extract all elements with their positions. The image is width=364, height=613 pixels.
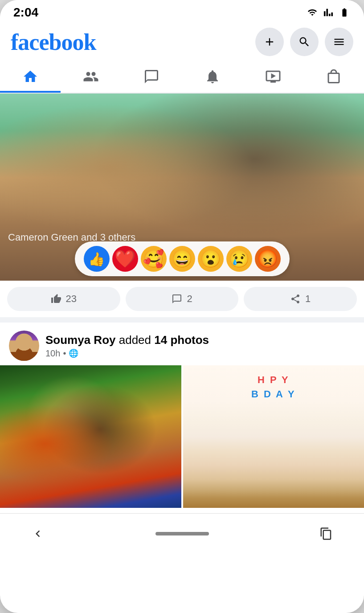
nav-item-friends[interactable]: [61, 62, 121, 93]
post-card-1: Cameron Green and 3 others 👍 ❤️ 🥰 😄 😮 😢 …: [0, 94, 364, 317]
comment-icon: [172, 294, 182, 304]
cake-image: H P Y B D A Y: [183, 365, 364, 508]
globe-icon: 🌐: [69, 348, 78, 358]
reaction-sad[interactable]: 😢: [226, 246, 252, 272]
feed: Cameron Green and 3 others 👍 ❤️ 🥰 😄 😮 😢 …: [0, 94, 364, 508]
avatar-soumya[interactable]: [9, 331, 39, 361]
like-count: 23: [66, 293, 77, 305]
friends-icon: [83, 69, 99, 85]
header: facebook: [0, 23, 364, 62]
post-actions-1: 23 2 1: [0, 281, 364, 317]
post-meta: Soumya Roy added 14 photos 10h • 🌐: [45, 333, 355, 359]
birthday-text-2: B D A Y: [251, 388, 296, 400]
comment-button[interactable]: 2: [126, 287, 239, 311]
post-time: 10h • 🌐: [45, 348, 355, 359]
post-card-2: Soumya Roy added 14 photos 10h • 🌐: [0, 323, 364, 508]
search-icon: [298, 36, 311, 48]
photo-cell-left[interactable]: [0, 365, 181, 508]
home-icon: [22, 69, 38, 85]
reaction-care[interactable]: 🥰: [141, 246, 167, 272]
avatar-image: [9, 331, 39, 361]
facebook-logo: facebook: [11, 29, 96, 55]
menu-button[interactable]: [325, 28, 353, 56]
signal-icon: [322, 8, 335, 17]
battery-icon: [338, 8, 351, 17]
action-text: added: [119, 333, 155, 347]
photo-cell-right[interactable]: H P Y B D A Y: [183, 365, 364, 508]
reaction-wow[interactable]: 😮: [198, 246, 224, 272]
status-bar: 2:04: [0, 0, 364, 23]
separator: •: [63, 348, 66, 359]
back-icon: [31, 527, 45, 540]
post-image-1: Cameron Green and 3 others 👍 ❤️ 🥰 😄 😮 😢 …: [0, 94, 364, 281]
reaction-love[interactable]: ❤️: [112, 246, 138, 272]
nav-item-marketplace[interactable]: [303, 62, 364, 93]
header-actions: [255, 28, 353, 56]
phone-frame: 2:04 facebook: [0, 0, 364, 613]
wifi-icon: [306, 8, 319, 17]
nav-item-messenger[interactable]: [121, 62, 182, 93]
photo-grid: H P Y B D A Y: [0, 365, 364, 508]
nav-item-home[interactable]: [0, 62, 61, 93]
post-header-2: Soumya Roy added 14 photos 10h • 🌐: [0, 323, 364, 365]
rotate-icon: [319, 527, 333, 540]
search-button[interactable]: [290, 28, 319, 56]
time-label: 10h: [45, 348, 60, 359]
marketplace-icon: [326, 69, 342, 85]
share-icon: [290, 294, 301, 304]
comment-count: 2: [187, 293, 192, 305]
share-button[interactable]: 1: [244, 287, 357, 311]
home-indicator[interactable]: [155, 532, 209, 535]
reaction-haha[interactable]: 😄: [169, 246, 195, 272]
like-button[interactable]: 23: [7, 287, 120, 311]
bottom-bar: [0, 513, 364, 554]
hamburger-icon: [333, 36, 345, 48]
nav-bar: [0, 62, 364, 94]
reactions-bar: 👍 ❤️ 🥰 😄 😮 😢 😡: [75, 241, 290, 276]
back-button[interactable]: [27, 523, 49, 545]
messenger-icon: [143, 69, 160, 85]
birthday-text: H P Y: [258, 374, 290, 386]
photo-count: 14 photos: [154, 333, 209, 347]
rotate-button[interactable]: [315, 523, 337, 545]
status-icons: [306, 8, 351, 17]
post-author: Soumya Roy added 14 photos: [45, 333, 355, 347]
reaction-like[interactable]: 👍: [84, 246, 110, 272]
nav-item-video[interactable]: [243, 62, 303, 93]
author-name: Soumya Roy: [45, 333, 116, 347]
nav-item-notifications[interactable]: [182, 62, 243, 93]
video-icon: [265, 69, 281, 85]
plus-icon: [263, 36, 276, 48]
reaction-angry[interactable]: 😡: [255, 246, 281, 272]
add-button[interactable]: [255, 28, 284, 56]
share-count: 1: [305, 293, 311, 305]
like-icon: [51, 294, 61, 304]
status-time: 2:04: [13, 5, 38, 20]
notifications-icon: [204, 69, 221, 85]
